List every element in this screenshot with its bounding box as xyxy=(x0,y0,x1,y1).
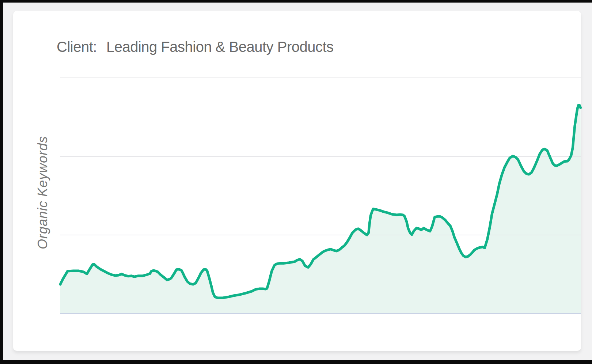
y-axis-label: Organic Keywords xyxy=(35,136,50,249)
letterbox-bottom xyxy=(0,360,592,364)
letterbox-left xyxy=(0,0,3,364)
client-label: Client: xyxy=(57,39,97,55)
report-card xyxy=(13,11,581,351)
chart-title: Client:Leading Fashion & Beauty Products xyxy=(57,38,334,56)
letterbox-top xyxy=(0,0,592,3)
page-background: Client:Leading Fashion & Beauty Products… xyxy=(0,0,592,364)
client-name: Leading Fashion & Beauty Products xyxy=(106,39,334,55)
